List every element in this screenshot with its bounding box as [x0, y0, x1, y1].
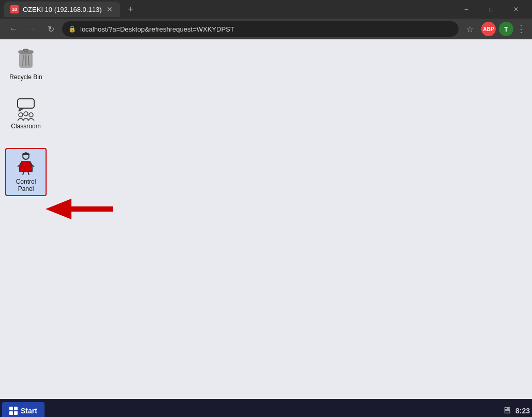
svg-line-3 [23, 55, 23, 66]
reload-button[interactable]: ↻ [43, 22, 58, 36]
monitor-icon: 🖥 [502, 405, 511, 416]
new-tab-button[interactable]: + [123, 2, 138, 17]
svg-rect-1 [23, 49, 28, 51]
svg-line-5 [28, 55, 29, 66]
control-panel-svg [13, 151, 38, 176]
url-box[interactable]: 🔒 localhost/?a=Desktop&refreshrequest=WX… [62, 21, 459, 37]
tab-favicon: 10 [10, 5, 19, 13]
back-button[interactable]: ← [6, 22, 21, 36]
svg-marker-18 [46, 199, 113, 219]
adblock-button[interactable]: ABP [481, 22, 496, 36]
system-tray: 🖥 8:23 [502, 405, 530, 416]
control-panel-image [13, 151, 38, 176]
browser-tab[interactable]: 10 OZEKI 10 (192.168.0.113) ✕ [4, 2, 120, 17]
taskbar: Start 🖥 8:23 [0, 399, 532, 417]
svg-point-10 [29, 113, 33, 117]
recycle-bin-icon[interactable]: Recycle Bin [5, 44, 47, 83]
svg-line-16 [23, 172, 24, 175]
svg-point-9 [24, 112, 28, 116]
svg-rect-12 [22, 154, 29, 155]
desktop: Recycle Bin Classroom [0, 39, 532, 399]
tab-bar: 10 OZEKI 10 (192.168.0.113) ✕ + – □ ✕ [0, 0, 532, 19]
start-button[interactable]: Start [2, 402, 45, 418]
profile-button[interactable]: T [499, 22, 513, 36]
control-panel-label: ControlPanel [16, 178, 36, 193]
url-text: localhost/?a=Desktop&refreshrequest=WXKY… [80, 25, 234, 33]
browser-chrome: 10 OZEKI 10 (192.168.0.113) ✕ + – □ ✕ ← … [0, 0, 532, 39]
address-bar: ← → ↻ 🔒 localhost/?a=Desktop&refreshrequ… [0, 19, 532, 39]
recycle-bin-label: Recycle Bin [9, 73, 42, 81]
svg-rect-6 [18, 99, 34, 108]
recycle-bin-svg [13, 47, 38, 71]
toolbar-extensions: ABP T ⋮ [481, 22, 526, 36]
minimize-button[interactable]: – [454, 0, 478, 19]
svg-line-17 [28, 172, 29, 175]
tab-close-button[interactable]: ✕ [106, 5, 114, 13]
classroom-image [13, 96, 38, 121]
classroom-svg [13, 96, 38, 121]
start-icon [9, 407, 18, 415]
browser-menu-button[interactable]: ⋮ [516, 23, 526, 35]
maximize-button[interactable]: □ [479, 0, 503, 19]
forward-button[interactable]: → [25, 22, 39, 36]
recycle-bin-image [13, 47, 38, 71]
classroom-label: Classroom [11, 123, 40, 130]
clock: 8:23 [515, 407, 530, 415]
control-panel-icon[interactable]: ControlPanel [5, 148, 47, 196]
classroom-icon[interactable]: Classroom [5, 94, 47, 132]
start-label: Start [21, 407, 37, 415]
tab-title: OZEKI 10 (192.168.0.113) [23, 6, 101, 13]
bookmark-button[interactable]: ☆ [463, 22, 477, 36]
taskbar-right: 🖥 8:23 [502, 405, 530, 416]
svg-marker-13 [22, 152, 29, 154]
red-arrow [46, 196, 113, 222]
window-controls: – □ ✕ [454, 0, 528, 19]
lock-icon: 🔒 [68, 25, 76, 33]
svg-point-8 [19, 113, 23, 117]
window-close-button[interactable]: ✕ [504, 0, 528, 19]
